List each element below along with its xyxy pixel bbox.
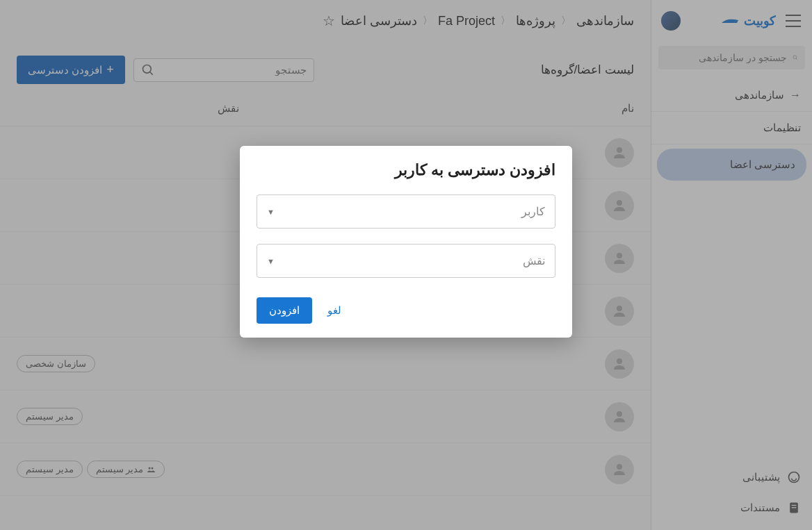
cancel-button[interactable]: لغو — [318, 297, 351, 324]
add-access-dialog: افزودن دسترسی به کاربر کاربر ▼ نقش ▼ لغو… — [240, 146, 572, 338]
dialog-title: افزودن دسترسی به کاربر — [257, 161, 555, 179]
role-select[interactable]: نقش ▼ — [257, 244, 555, 278]
user-select-label: کاربر — [275, 205, 545, 218]
modal-overlay[interactable]: افزودن دسترسی به کاربر کاربر ▼ نقش ▼ لغو… — [0, 0, 812, 530]
chevron-down-icon: ▼ — [267, 208, 275, 216]
user-select[interactable]: کاربر ▼ — [257, 194, 555, 229]
chevron-down-icon: ▼ — [267, 257, 275, 265]
role-select-label: نقش — [275, 254, 545, 267]
submit-button[interactable]: افزودن — [257, 297, 312, 324]
